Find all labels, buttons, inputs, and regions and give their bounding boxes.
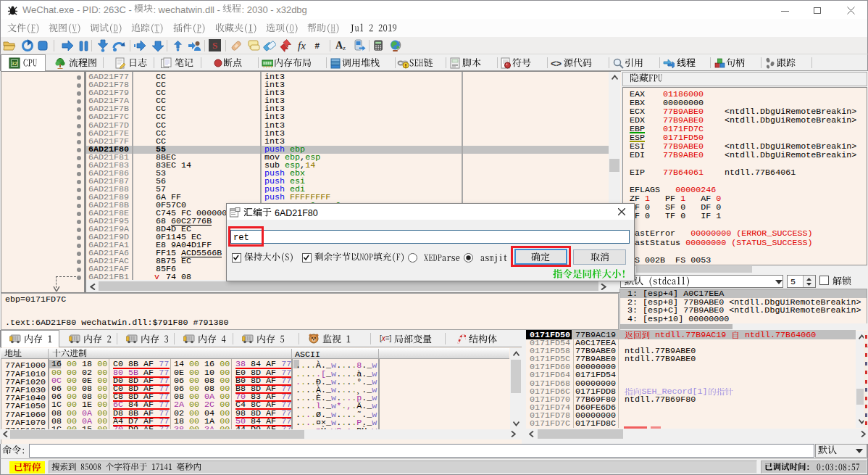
svg-text:#: # <box>315 41 320 50</box>
svg-text:[x=]: [x=] <box>380 334 391 342</box>
svg-text:fx: fx <box>298 40 306 51</box>
svg-text:32: 32 <box>12 61 17 66</box>
svg-text:S: S <box>212 40 217 51</box>
svg-text:!: ! <box>405 63 406 68</box>
svg-text:<>: <> <box>551 58 562 69</box>
svg-text:z: z <box>343 44 346 51</box>
